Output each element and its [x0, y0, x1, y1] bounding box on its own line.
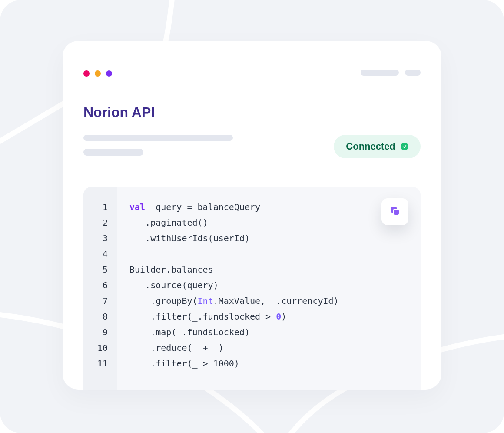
- number-literal: 0: [276, 311, 281, 322]
- code-line: .withUserIds(userId): [129, 230, 421, 246]
- code-line: .source(query): [129, 277, 421, 293]
- line-number: 8: [83, 309, 117, 324]
- code-text: .filter(_.fundslocked >: [129, 311, 276, 322]
- code-line: .filter(_.fundslocked > 0): [129, 309, 421, 324]
- connection-status-badge: Connected: [334, 135, 421, 158]
- copy-icon: [389, 205, 401, 218]
- line-number: 3: [83, 230, 117, 246]
- window-minimize-dot[interactable]: [95, 70, 101, 77]
- svg-rect-1: [393, 209, 399, 215]
- line-number: 1: [83, 199, 117, 215]
- code-line: Builder.balances: [129, 262, 421, 277]
- description-placeholder-group: [83, 135, 233, 156]
- placeholder-line: [83, 149, 143, 156]
- code-text: query = balanceQuery: [145, 202, 260, 212]
- line-number: 7: [83, 293, 117, 309]
- code-line: [129, 246, 421, 262]
- line-number: 5: [83, 262, 117, 277]
- status-label: Connected: [346, 141, 395, 152]
- window-controls: [83, 70, 112, 77]
- placeholder-bar: [361, 70, 399, 76]
- window-maximize-dot[interactable]: [106, 70, 112, 77]
- keyword: Int: [198, 296, 213, 306]
- window-close-dot[interactable]: [83, 70, 90, 77]
- line-number: 9: [83, 324, 117, 340]
- code-text: .groupBy(: [129, 296, 198, 306]
- code-line: .filter(_ > 1000): [129, 356, 421, 371]
- line-number: 6: [83, 277, 117, 293]
- code-text: ): [281, 311, 286, 322]
- line-number-gutter: 1 2 3 4 5 6 7 8 9 10 11: [83, 187, 117, 390]
- keyword: val: [129, 202, 145, 212]
- code-line: .groupBy(Int.MaxValue, _.currencyId): [129, 293, 421, 309]
- check-circle-icon: [401, 143, 408, 150]
- line-number: 2: [83, 215, 117, 230]
- header-placeholder-group: [361, 70, 421, 76]
- code-text: .MaxValue, _.currencyId): [213, 296, 339, 306]
- page-title: Norion API: [83, 104, 155, 120]
- line-number: 10: [83, 340, 117, 356]
- placeholder-line: [83, 135, 233, 141]
- code-line: .reduce(_ + _): [129, 340, 421, 356]
- code-line: .paginated(): [129, 215, 421, 230]
- placeholder-bar: [405, 70, 421, 76]
- line-number: 4: [83, 246, 117, 262]
- code-line: val query = balanceQuery: [129, 199, 421, 215]
- code-content: val query = balanceQuery .paginated() .w…: [117, 187, 421, 371]
- copy-button[interactable]: [381, 198, 408, 225]
- code-block: 1 2 3 4 5 6 7 8 9 10 11 val query = bala…: [83, 187, 421, 390]
- line-number: 11: [83, 356, 117, 371]
- api-card: Norion API Connected 1 2 3 4 5 6 7 8 9 1…: [63, 41, 441, 390]
- code-line: .map(_.fundsLocked): [129, 324, 421, 340]
